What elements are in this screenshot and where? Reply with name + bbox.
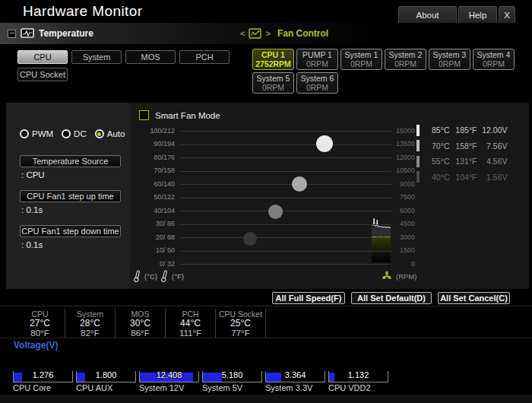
readout-celsius: 85°C [426, 125, 450, 135]
temperature-summary-row: CPU27°C80°FSystem28°C82°FMOS30°C86°FPCH4… [15, 309, 266, 338]
all-set-cancel-c-button[interactable]: All Set Cancel(C) [438, 292, 510, 304]
temp-tab-system[interactable]: System [71, 50, 122, 64]
gauge-baseline [328, 382, 388, 382]
chevron-right-icon[interactable]: > [265, 30, 270, 38]
fan-name: PUMP 1 [302, 50, 332, 59]
gauge-baseline [139, 382, 199, 382]
title-bar: Hardware Monitor About Help X [0, 0, 532, 23]
sensor-celsius: 25°C [216, 319, 265, 328]
temperature-tabs: CPUSystemMOSPCHCPU Socket [17, 50, 234, 81]
fan-name: System 5 [257, 74, 290, 83]
sensor-pch: PCH44°C111°F [166, 309, 216, 338]
voltage-rail-name: System 5V [202, 383, 242, 392]
temp-axis-tick: 80/176 [132, 154, 175, 161]
window-buttons: About Help X [398, 6, 515, 23]
voltage-rail-name: CPU Core [13, 383, 51, 392]
temp-axis-tick: 100/212 [132, 127, 175, 135]
fan-button-system-1[interactable]: System 10RPM [340, 49, 382, 70]
fan-curve-point-4[interactable] [316, 135, 333, 152]
fan-selector-buttons: CPU 12752RPMPUMP 10RPMSystem 10RPMSystem… [252, 49, 515, 94]
rpm-axis-legend: (RPM) [382, 268, 416, 284]
grid-line [180, 171, 391, 172]
rpm-axis-tick: 3000 [389, 233, 415, 241]
rpm-axis-tick: 6000 [389, 207, 415, 214]
readout-voltage: 1.56V [477, 173, 508, 182]
level-bar-icon [416, 156, 420, 167]
readout-voltage: 4.56V [477, 157, 508, 166]
mode-option-auto[interactable]: Auto [95, 129, 125, 138]
fan-button-system-2[interactable]: System 20RPM [385, 49, 426, 70]
fan-point-readout-row-3: 55°C131°F4.56V [416, 154, 508, 170]
temp-tab-mos[interactable]: MOS [125, 50, 176, 64]
sensor-mos: MOS30°C86°F [116, 309, 166, 338]
readout-voltage: 7.56V [477, 141, 508, 151]
voltage-gauge-cpu-aux: 1.800CPU AUX [76, 370, 136, 393]
cpu-fan1-step-down-time-button[interactable]: CPU Fan1 step down time [20, 225, 121, 237]
fan-curve-point-1[interactable] [243, 232, 257, 246]
temp-tab-cpu-socket[interactable]: CPU Socket [17, 68, 68, 81]
chevron-left-icon[interactable]: < [240, 30, 245, 38]
cpu-fan1-step-up-time-button[interactable]: CPU Fan1 step up time [20, 190, 121, 202]
voltage-gauge-cpu-vdd2: 1.132CPU VDD2 [328, 370, 388, 393]
close-button[interactable]: X [499, 6, 515, 23]
all-set-default-d-button[interactable]: All Set Default(D) [351, 292, 432, 304]
rpm-legend-label: (RPM) [396, 272, 416, 281]
smart-fan-mode-row: Smart Fan Mode [139, 110, 220, 120]
fan-control-section-label: Fan Control [277, 28, 328, 39]
fan-control-chart-icon [249, 28, 261, 39]
about-button[interactable]: About [398, 6, 457, 23]
gauge-baseline [265, 382, 325, 382]
gauge-baseline [76, 382, 136, 382]
gauge-baseline [13, 382, 73, 382]
voltage-gauges: 1.276CPU Core1.800CPU AUX12.408System 12… [13, 370, 408, 395]
temp-axis-tick: 60/140 [132, 180, 175, 188]
rpm-axis-tick: 12000 [389, 154, 415, 161]
readout-fahrenheit: 104°F [450, 173, 477, 182]
grid-line [180, 157, 391, 158]
temperature-source-button[interactable]: Temperature Source [20, 155, 121, 167]
help-button[interactable]: Help [458, 6, 497, 23]
temp-tab-cpu[interactable]: CPU [17, 50, 68, 64]
voltage-gauge-system-12v: 12.408System 12V [139, 370, 199, 393]
temp-tab-pch[interactable]: PCH [179, 50, 230, 64]
fan-name: System 2 [389, 50, 423, 59]
fan-point-readout-row-4: 40°C104°F1.56V [416, 170, 508, 186]
thermometer-icon [161, 270, 168, 283]
fan-point-readout-row-2: 70°C158°F7.56V [416, 138, 508, 154]
temp-axis-tick: 10/ 50 [132, 246, 175, 254]
cpu-fan1-step-up-time-value: : 0.1s [20, 204, 121, 216]
readout-celsius: 55°C [426, 157, 450, 166]
readout-fahrenheit: 131°F [450, 157, 477, 166]
all-full-speed-f-button[interactable]: All Full Speed(F) [272, 292, 345, 304]
readout-fahrenheit: 158°F [450, 141, 477, 151]
level-bar-icon [416, 171, 420, 182]
voltage-gauge-system-3-3v: 3.364System 3.3V [265, 370, 325, 393]
rpm-axis-tick: 4500 [389, 220, 415, 227]
temp-axis-tick: 70/158 [132, 167, 175, 174]
fan-name: System 3 [433, 50, 467, 59]
page-title: Hardware Monitor [23, 3, 142, 20]
fan-button-system-6[interactable]: System 60RPM [296, 72, 338, 94]
sensor-system: System28°C82°F [65, 309, 116, 338]
readout-fahrenheit: 185°F [450, 125, 477, 135]
collapse-icon[interactable] [8, 30, 16, 38]
radio-icon-auto[interactable] [95, 129, 104, 138]
smart-fan-mode-checkbox[interactable] [139, 110, 149, 120]
radio-icon-dc[interactable] [62, 129, 71, 138]
fan-button-system-4[interactable]: System 40RPM [473, 49, 515, 70]
fan-button-system-3[interactable]: System 30RPM [429, 49, 470, 70]
rpm-axis-tick: 10500 [389, 167, 415, 174]
grid-line [180, 144, 391, 145]
fan-button-pump-1[interactable]: PUMP 10RPM [296, 49, 338, 70]
fan-button-cpu-1[interactable]: CPU 12752RPM [252, 49, 294, 70]
fan-icon [382, 271, 392, 281]
mode-option-pwm[interactable]: PWM [20, 129, 53, 138]
thermometer-icon [134, 270, 141, 283]
temp-axis-tick: 20/ 68 [132, 233, 175, 241]
fan-curve-point-3[interactable] [292, 176, 307, 192]
fan-button-system-5[interactable]: System 50RPM [252, 72, 294, 94]
radio-selected-dot [97, 132, 101, 136]
fan-curve-point-2[interactable] [268, 205, 283, 219]
radio-icon-pwm[interactable] [20, 129, 29, 138]
mode-option-dc[interactable]: DC [62, 129, 87, 138]
